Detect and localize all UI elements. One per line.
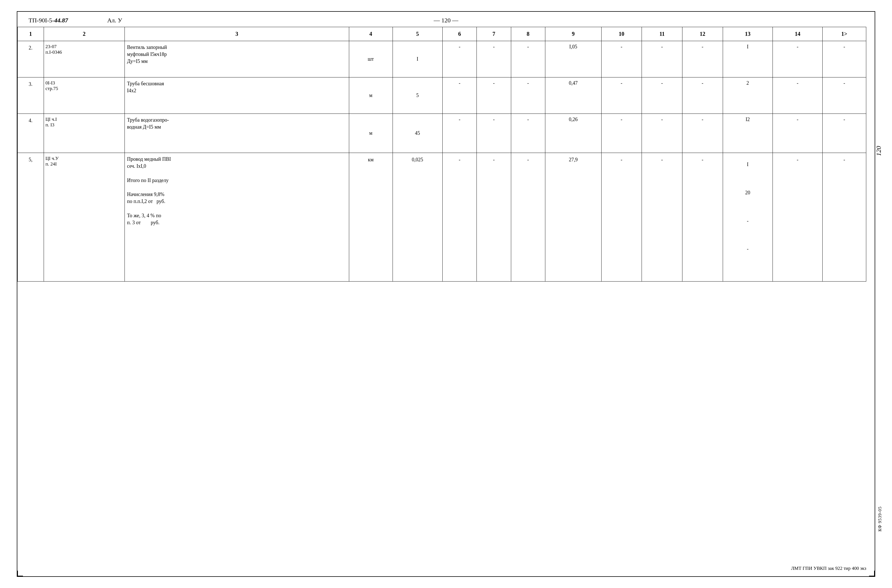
row2-col8: - [511, 41, 545, 78]
row3-col9: 0,47 [545, 78, 601, 114]
row2-col9: I,05 [545, 41, 601, 78]
row2-col5: I [393, 41, 442, 78]
row4-col12: - [682, 114, 723, 153]
row3-col15: - [822, 78, 866, 114]
col-header-10: 10 [601, 27, 642, 41]
col-header-7: 7 [477, 27, 511, 41]
item-code-4: ЦI ч.I п. I3 [44, 114, 125, 153]
row3-col6: - [442, 78, 477, 114]
bottom-left-corner [17, 571, 23, 576]
item-desc-2: Вентиль запорныймуфтовый I5кч18рДу=I5 мм [125, 41, 349, 78]
note-itogo: Итого по II разделу [127, 177, 169, 183]
item-code-5: ЦI ч.У п. 24I [44, 153, 125, 282]
col-header-12: 12 [682, 27, 723, 41]
item-desc-4: Труба водогазопро-водная Д=I5 мм [125, 114, 349, 153]
table-row: 5, ЦI ч.У п. 24I Провод медный ПВIсеч. I… [18, 153, 866, 282]
item-desc-5: Провод медный ПВIсеч. IхI,0 Итого по II … [125, 153, 349, 282]
col-header-9: 9 [545, 27, 601, 41]
row4-col4: м [349, 114, 393, 153]
row5-col12: - [682, 153, 723, 282]
row-num-4: 4. [18, 114, 44, 153]
row5-col9: 27,9 [545, 153, 601, 282]
row2-col4: шт [349, 41, 393, 78]
row3-col14: - [773, 78, 822, 114]
row4-col15: - [822, 114, 866, 153]
row4-col9: 0,26 [545, 114, 601, 153]
row3-col7: - [477, 78, 511, 114]
row4-col5: 45 [393, 114, 442, 153]
row3-col5: 5 [393, 78, 442, 114]
rotated-kf-label: КФ 9539-05 [877, 506, 883, 531]
row5-col6: - [442, 153, 477, 282]
col-header-6: 6 [442, 27, 477, 41]
col-header-13: 13 [723, 27, 773, 41]
row2-col6: - [442, 41, 477, 78]
row4-col10: - [601, 114, 642, 153]
page-number: — 120 — [434, 17, 458, 24]
row2-col15: - [822, 41, 866, 78]
main-table: 1 2 3 4 5 6 7 8 9 10 11 12 13 14 1> 2. 2… [17, 27, 866, 282]
row5-col14: - [773, 153, 822, 282]
item-code-3: 0I-I3 стр.75 [44, 78, 125, 114]
al-label: Ал. У [107, 17, 122, 24]
row2-col7: - [477, 41, 511, 78]
row4-col13: I2 [723, 114, 773, 153]
row3-col10: - [601, 78, 642, 114]
col-header-11: 11 [642, 27, 683, 41]
row4-col6: - [442, 114, 477, 153]
table-row: 2. 23-07 п.I-0346 Вентиль запорныймуфтов… [18, 41, 866, 78]
row5-col8: - [511, 153, 545, 282]
row2-col10: - [601, 41, 642, 78]
table-row: 3. 0I-I3 стр.75 Труба бесшовнаяI4х2 м 5 … [18, 78, 866, 114]
row-num-3: 3. [18, 78, 44, 114]
item-code-2: 23-07 п.I-0346 [44, 41, 125, 78]
row2-col14: - [773, 41, 822, 78]
bottom-right-corner [869, 571, 875, 576]
row3-col8: - [511, 78, 545, 114]
row2-col12: - [682, 41, 723, 78]
row5-col15: - [822, 153, 866, 282]
row3-col12: - [682, 78, 723, 114]
page-header: ТП-90I-5-44.87 Ал. У — 120 — [17, 12, 875, 27]
row5-col7: - [477, 153, 511, 282]
note-tozhe: То же, 3, 4 % поп. 3 от руб. [127, 213, 161, 225]
row2-col11: - [642, 41, 683, 78]
row5-col5: 0,025 [393, 153, 442, 282]
row4-col14: - [773, 114, 822, 153]
row-num-5: 5, [18, 153, 44, 282]
row5-col11: - [642, 153, 683, 282]
row-num-2: 2. [18, 41, 44, 78]
item-desc-3: Труба бесшовнаяI4х2 [125, 78, 349, 114]
row3-col13: 2 [723, 78, 773, 114]
col-header-4: 4 [349, 27, 393, 41]
col-header-15: 1> [822, 27, 866, 41]
table-header-row: 1 2 3 4 5 6 7 8 9 10 11 12 13 14 1> [18, 27, 866, 41]
row3-col4: м [349, 78, 393, 114]
col-header-2: 2 [44, 27, 125, 41]
col-header-1: 1 [18, 27, 44, 41]
rotated-page-120: 120 [875, 146, 883, 156]
table-row: 4. ЦI ч.I п. I3 Труба водогазопро-водная… [18, 114, 866, 153]
row5-col13: I 20 - - [723, 153, 773, 282]
col-header-8: 8 [511, 27, 545, 41]
note-nachislenie: Начисления 9,8%по п.п.I,2 от руб. [127, 192, 165, 204]
row2-col13: I [723, 41, 773, 78]
row4-col11: - [642, 114, 683, 153]
col-header-5: 5 [393, 27, 442, 41]
row4-col7: - [477, 114, 511, 153]
row5-col4: км [349, 153, 393, 282]
col-header-14: 14 [773, 27, 822, 41]
document-code: ТП-90I-5-44.87 [29, 17, 68, 24]
footer-text: ЛМТ ГПИ УВКП зак 922 тир 400 экз [791, 566, 866, 571]
row4-col8: - [511, 114, 545, 153]
row3-col11: - [642, 78, 683, 114]
col-header-3: 3 [125, 27, 349, 41]
row5-col10: - [601, 153, 642, 282]
